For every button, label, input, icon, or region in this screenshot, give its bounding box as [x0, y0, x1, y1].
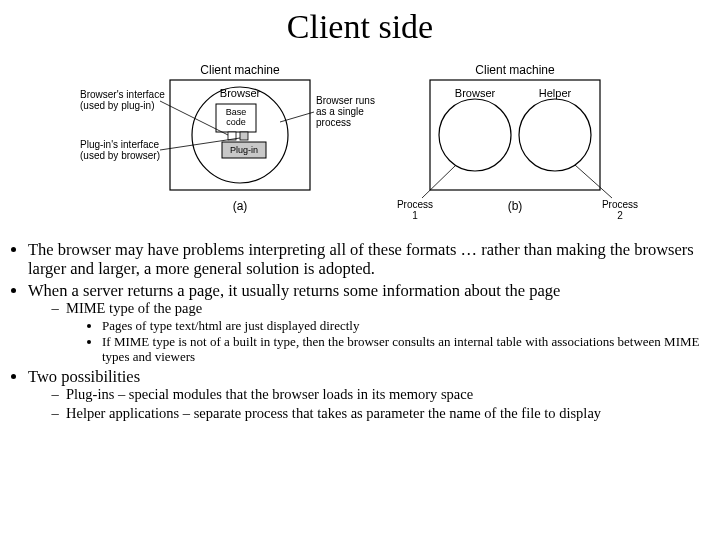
- bullet-3: Two possibilities Plug-ins – special mod…: [28, 367, 710, 423]
- bullet-2-1-2: If MIME type is not of a built in type, …: [102, 334, 710, 365]
- label-base-code-l1: Base: [226, 107, 247, 117]
- label-process2-l2: 2: [617, 210, 623, 221]
- label-browser-interface-l1: Browser's interface: [80, 89, 165, 100]
- figure: Client machine Browser Base code Plug-in…: [80, 62, 640, 232]
- bullet-1: The browser may have problems interpreti…: [28, 240, 710, 279]
- bullet-2-1: MIME type of the page Pages of type text…: [66, 300, 710, 364]
- bullet-3-1: Plug-ins – special modules that the brow…: [66, 386, 710, 403]
- label-process2-l1: Process: [602, 199, 638, 210]
- bullet-content: The browser may have problems interpreti…: [10, 240, 710, 424]
- label-base-code-l2: code: [226, 117, 246, 127]
- bullet-3-2: Helper applications – separate process t…: [66, 405, 710, 422]
- label-plugin: Plug-in: [230, 145, 258, 155]
- caption-b: (b): [508, 199, 523, 213]
- pointer-process2: [575, 165, 612, 198]
- bullet-2-text: When a server returns a page, it usually…: [28, 281, 560, 300]
- label-client-machine-b: Client machine: [475, 63, 555, 77]
- bullet-2-1-text: MIME type of the page: [66, 300, 202, 316]
- label-single-process-l1: Browser runs: [316, 95, 375, 106]
- bullet-3-text: Two possibilities: [28, 367, 140, 386]
- circle-helper: [519, 99, 591, 171]
- label-plugin-interface-l1: Plug-in's interface: [80, 139, 160, 150]
- square-interface-right: [240, 132, 248, 140]
- label-process1-l2: 1: [412, 210, 418, 221]
- circle-browser-b: [439, 99, 511, 171]
- label-browser-a: Browser: [220, 87, 261, 99]
- caption-a: (a): [233, 199, 248, 213]
- pointer-process1: [422, 165, 456, 198]
- label-client-machine-a: Client machine: [200, 63, 280, 77]
- bullet-2-1-1: Pages of type text/html are just display…: [102, 318, 710, 333]
- label-single-process-l3: process: [316, 117, 351, 128]
- slide: Client side Client machine Browser Base …: [0, 0, 720, 540]
- bullet-2: When a server returns a page, it usually…: [28, 281, 710, 365]
- label-plugin-interface-l2: (used by browser): [80, 150, 160, 161]
- label-browser-interface-l2: (used by plug-in): [80, 100, 154, 111]
- label-browser-b: Browser: [455, 87, 496, 99]
- label-process1-l1: Process: [397, 199, 433, 210]
- label-helper: Helper: [539, 87, 572, 99]
- label-single-process-l2: as a single: [316, 106, 364, 117]
- page-title: Client side: [0, 8, 720, 46]
